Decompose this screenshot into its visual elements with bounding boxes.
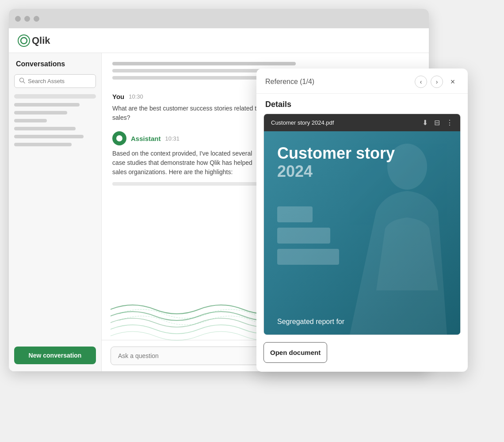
cover-box-1: [277, 206, 313, 222]
reference-next-button[interactable]: ›: [431, 76, 443, 88]
cover-boxes: [277, 206, 339, 265]
qlik-logo-text: Qlik: [32, 35, 50, 46]
pdf-cover-image: Customer story 2024 Segregated report fo…: [264, 131, 460, 335]
reference-prev-button[interactable]: ‹: [415, 76, 427, 88]
list-item[interactable]: [14, 143, 72, 146]
reference-nav: ‹ › ×: [415, 76, 459, 88]
more-options-icon[interactable]: ⋮: [446, 118, 453, 127]
download-icon[interactable]: ⬇: [422, 118, 428, 127]
open-document-button[interactable]: Open document: [263, 342, 327, 363]
sidebar: Conversations: [9, 53, 102, 371]
close-icon: ×: [451, 77, 455, 87]
pdf-preview: Customer story 2024 Segregated report fo…: [264, 131, 460, 335]
svg-point-0: [18, 35, 30, 46]
chevron-left-icon: ‹: [420, 78, 422, 85]
reference-header: Reference (1/4) ‹ › ×: [256, 69, 468, 94]
sidebar-search[interactable]: [14, 74, 96, 88]
message-sender-assistant: Assistant: [131, 135, 161, 142]
pdf-toolbar: Customer story 2024.pdf ⬇ ⊟ ⋮: [264, 114, 460, 131]
cover-year: 2024: [277, 162, 395, 181]
pdf-actions: ⬇ ⊟ ⋮: [422, 118, 453, 127]
new-conversation-button[interactable]: New conversation: [14, 347, 96, 364]
browser-dot-2: [24, 16, 30, 22]
chevron-right-icon: ›: [436, 78, 438, 85]
reference-panel: Reference (1/4) ‹ › × Details Customer s…: [256, 69, 468, 372]
user-message-text: What are the best customer success stori…: [112, 104, 263, 122]
pdf-filename: Customer story 2024.pdf: [271, 119, 334, 126]
assistant-avatar-inner: [115, 134, 123, 142]
sidebar-item-active[interactable]: [14, 94, 96, 99]
sidebar-title: Conversations: [14, 60, 96, 68]
cover-box-3: [277, 249, 339, 265]
reference-title: Reference (1/4): [265, 78, 314, 86]
cover-title: Customer story 2024: [277, 145, 395, 181]
app-topbar: Qlik: [9, 28, 429, 53]
assistant-avatar: [112, 131, 126, 145]
qlik-logo-icon: [18, 34, 30, 47]
qlik-logo: Qlik: [18, 34, 50, 47]
sidebar-conversation-list: [14, 94, 96, 340]
placeholder-line: [112, 62, 296, 65]
list-item[interactable]: [14, 119, 47, 122]
message-sender-you: You: [112, 93, 124, 100]
cover-box-2: [277, 228, 330, 244]
cover-title-text: Customer story: [277, 145, 395, 162]
browser-dot-3: [34, 16, 39, 22]
cover-subtitle: Segregated report for: [277, 318, 344, 326]
svg-line-3: [23, 82, 25, 84]
pdf-viewer: Customer story 2024.pdf ⬇ ⊟ ⋮ Customer s…: [263, 114, 461, 335]
assistant-message-text: Based on the context provided, I've loca…: [112, 149, 263, 177]
reference-details-label: Details: [256, 94, 468, 114]
print-icon[interactable]: ⊟: [434, 118, 440, 127]
browser-titlebar: [9, 9, 429, 28]
list-item[interactable]: [14, 103, 80, 107]
search-icon: [19, 77, 25, 85]
reference-close-button[interactable]: ×: [447, 76, 459, 88]
message-time-assistant: 10:31: [165, 135, 180, 142]
message-time-you: 10:30: [129, 93, 143, 100]
browser-dot-1: [15, 16, 21, 22]
list-item[interactable]: [14, 127, 76, 130]
search-input[interactable]: [28, 78, 91, 84]
list-item[interactable]: [14, 135, 84, 138]
list-item[interactable]: [14, 111, 67, 114]
